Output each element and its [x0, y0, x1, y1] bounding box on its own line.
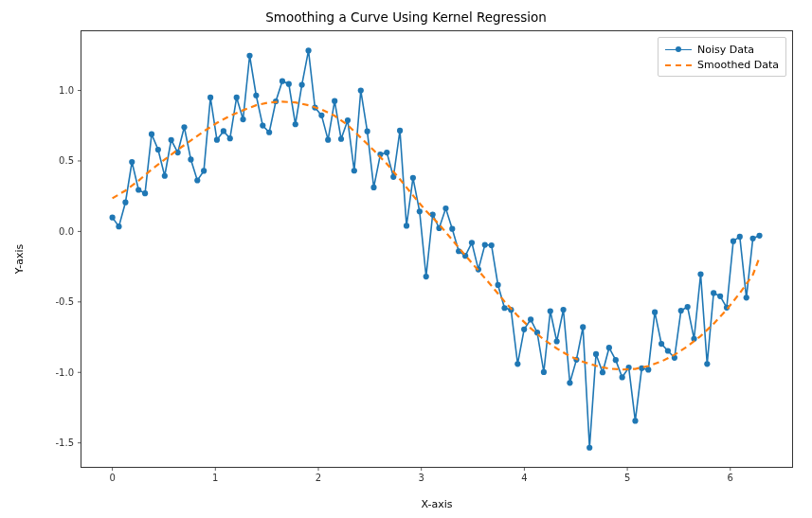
svg-text:1: 1 [212, 473, 218, 483]
svg-point-65 [365, 129, 370, 134]
svg-point-81 [469, 240, 475, 245]
legend-swatch-smoothed-icon [665, 59, 692, 70]
y-axis-label: Y-axis [13, 0, 27, 518]
svg-point-70 [397, 128, 403, 134]
svg-point-53 [286, 81, 292, 87]
svg-point-122 [737, 234, 743, 240]
svg-point-39 [194, 177, 200, 183]
svg-point-98 [580, 324, 586, 330]
svg-point-49 [260, 122, 265, 128]
svg-point-41 [208, 95, 213, 100]
svg-point-72 [410, 175, 416, 181]
svg-point-58 [318, 113, 324, 118]
svg-point-117 [704, 361, 710, 366]
svg-point-92 [541, 369, 547, 375]
svg-text:2: 2 [316, 473, 321, 483]
svg-point-101 [600, 369, 605, 375]
legend-label-smoothed: Smoothed Data [697, 59, 779, 71]
axes-frame: 0123456 -1.5-1.0-0.50.00.51.0 Noisy Data… [81, 30, 793, 468]
svg-point-94 [554, 338, 560, 344]
svg-point-104 [620, 374, 625, 380]
svg-text:0.0: 0.0 [59, 226, 74, 237]
figure: Smoothing a Curve Using Kernel Regressio… [0, 0, 812, 518]
svg-point-86 [501, 305, 507, 311]
noisy-data-line [113, 50, 760, 447]
svg-point-47 [246, 53, 252, 59]
svg-point-61 [338, 136, 344, 142]
smoothed-data-line [113, 101, 760, 369]
svg-point-35 [169, 137, 174, 143]
svg-point-77 [442, 205, 448, 211]
svg-point-44 [227, 135, 233, 141]
svg-point-29 [129, 159, 135, 165]
svg-point-85 [495, 282, 500, 288]
svg-point-31 [142, 190, 148, 196]
svg-point-84 [489, 242, 495, 248]
svg-point-100 [593, 351, 599, 357]
svg-point-59 [325, 137, 331, 143]
svg-point-109 [652, 310, 658, 315]
svg-point-64 [358, 87, 364, 93]
svg-point-34 [162, 173, 168, 179]
svg-text:-1.5: -1.5 [55, 438, 74, 448]
svg-point-119 [717, 294, 723, 299]
svg-point-38 [188, 156, 193, 162]
svg-point-99 [586, 445, 592, 451]
svg-point-108 [645, 366, 651, 372]
svg-point-71 [404, 223, 409, 228]
svg-point-40 [201, 168, 207, 173]
svg-point-103 [613, 357, 619, 363]
svg-point-56 [305, 47, 311, 53]
svg-point-33 [155, 147, 161, 152]
svg-point-114 [685, 304, 691, 310]
plot-area: 0123456 -1.5-1.0-0.50.00.51.0 [81, 31, 792, 467]
svg-point-46 [240, 116, 245, 122]
svg-point-90 [528, 316, 533, 322]
svg-point-111 [665, 348, 671, 353]
x-ticks: 0123456 [109, 467, 733, 483]
svg-point-102 [606, 345, 612, 350]
svg-point-78 [449, 226, 455, 232]
svg-point-54 [293, 121, 298, 127]
svg-point-60 [332, 98, 337, 104]
svg-text:0.5: 0.5 [59, 155, 74, 166]
svg-point-124 [749, 236, 755, 241]
svg-point-125 [756, 233, 762, 239]
svg-text:3: 3 [419, 473, 424, 483]
svg-point-26 [110, 215, 116, 221]
svg-point-63 [352, 168, 357, 173]
svg-point-30 [135, 187, 141, 192]
chart-title: Smoothing a Curve Using Kernel Regressio… [0, 9, 812, 25]
svg-point-123 [744, 295, 749, 300]
svg-text:6: 6 [728, 473, 733, 483]
svg-point-43 [221, 128, 226, 134]
svg-point-96 [567, 380, 572, 385]
svg-text:-1.0: -1.0 [55, 367, 74, 378]
svg-point-28 [122, 200, 128, 205]
svg-point-93 [548, 308, 553, 313]
svg-point-52 [280, 79, 285, 84]
svg-point-116 [697, 271, 703, 277]
svg-text:4: 4 [521, 473, 527, 483]
noisy-data-markers [110, 47, 763, 451]
legend-label-noisy: Noisy Data [697, 44, 754, 56]
svg-point-89 [521, 327, 527, 332]
svg-point-32 [149, 132, 154, 137]
legend-entry-noisy: Noisy Data [665, 42, 779, 57]
svg-point-88 [514, 361, 520, 366]
svg-point-66 [370, 185, 376, 190]
svg-point-73 [417, 208, 423, 214]
svg-point-42 [214, 137, 220, 143]
svg-text:5: 5 [624, 473, 630, 483]
svg-point-74 [424, 274, 429, 279]
svg-point-37 [181, 124, 187, 130]
svg-point-55 [299, 81, 305, 87]
legend-swatch-noisy-icon [665, 44, 692, 55]
svg-text:0: 0 [109, 473, 115, 483]
svg-point-45 [234, 95, 240, 100]
svg-point-113 [678, 308, 684, 313]
svg-point-50 [266, 130, 272, 135]
x-axis-label: X-axis [81, 498, 793, 510]
svg-point-95 [560, 307, 566, 313]
legend: Noisy Data Smoothed Data [658, 37, 786, 77]
